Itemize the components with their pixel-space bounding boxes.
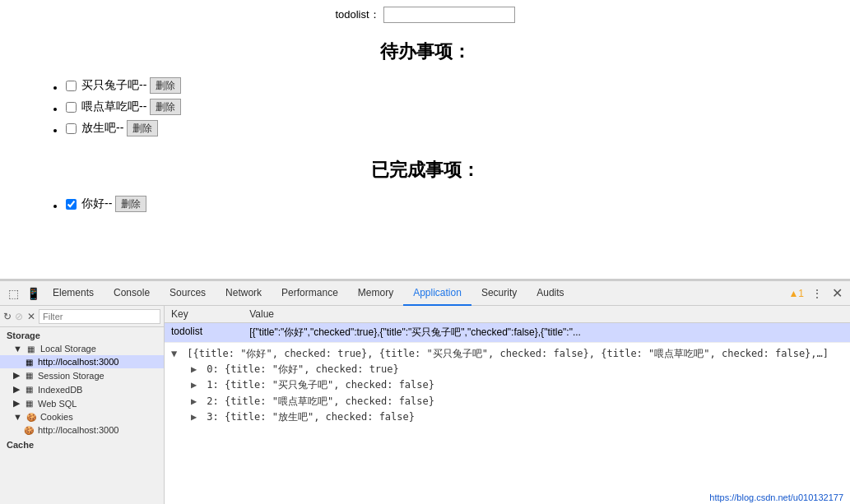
session-storage-label: Session Storage xyxy=(38,371,105,381)
cookies-label: Cookies xyxy=(40,412,73,422)
indexeddb-label: IndexedDB xyxy=(38,385,82,395)
delete-button-1[interactable]: 删除 xyxy=(150,99,181,115)
tree-expand-icon: ▶ xyxy=(191,362,201,377)
value-header: Value xyxy=(243,306,850,323)
json-item-text-3: {title: "放生吧", checked: false} xyxy=(225,411,415,423)
sidebar-item-cookies-url[interactable]: 🍪 http://localhost:3000 xyxy=(0,423,164,437)
filter-input[interactable] xyxy=(39,309,160,324)
cookies-url-icon: 🍪 xyxy=(23,426,35,435)
storage-section-label: Storage xyxy=(0,327,164,342)
key-header: Key xyxy=(165,306,243,323)
expand-icon: ▶ xyxy=(13,398,20,409)
sidebar-item-local-storage-url[interactable]: ▦ http://localhost:3000 xyxy=(0,355,164,368)
json-item-text-2: {title: "喂点草吃吧", checked: false} xyxy=(225,395,434,407)
completed-list: 你好-- 删除 xyxy=(16,191,834,217)
devtools-panel: ⬚ 📱 Elements Console Sources Network Per… xyxy=(0,280,850,504)
tab-elements[interactable]: Elements xyxy=(43,281,104,306)
completed-checkbox-0[interactable] xyxy=(66,199,77,210)
pending-list: 买只兔子吧-- 删除 喂点草吃吧-- 删除 放生吧-- 删除 xyxy=(16,72,834,141)
completed-title: 已完成事项： xyxy=(371,158,480,183)
local-storage-url: http://localhost:3000 xyxy=(38,357,118,367)
tab-performance[interactable]: Performance xyxy=(272,281,348,306)
clear-button[interactable]: ✕ xyxy=(27,309,35,324)
tab-audits[interactable]: Audits xyxy=(527,281,574,306)
json-item-text-0: {title: "你好", checked: true} xyxy=(225,363,399,375)
todo-checkbox-0[interactable] xyxy=(66,81,77,91)
inspect-icon[interactable]: ⬚ xyxy=(3,281,23,306)
sidebar-item-local-storage[interactable]: ▼ ▦ Local Storage xyxy=(0,342,164,355)
todolist-input[interactable] xyxy=(383,7,515,23)
tab-console[interactable]: Console xyxy=(104,281,160,306)
expand-icon: ▶ xyxy=(13,370,20,381)
todo-checkbox-2[interactable] xyxy=(66,123,77,134)
json-tree-item-3[interactable]: ▶ 3: {title: "放生吧", checked: false} xyxy=(191,409,843,425)
device-icon[interactable]: 📱 xyxy=(23,281,43,306)
stop-button[interactable]: ⊘ xyxy=(15,309,23,324)
json-item-text-1: {title: "买只兔子吧", checked: false} xyxy=(225,379,434,391)
websql-label: Web SQL xyxy=(38,399,77,409)
tab-network[interactable]: Network xyxy=(216,281,272,306)
sidebar-toolbar: ↻ ⊘ ✕ xyxy=(0,306,164,327)
expand-icon: ▼ xyxy=(13,412,22,422)
tree-expand-icon: ▶ xyxy=(191,394,201,409)
json-item-index-1: 1 xyxy=(207,379,212,391)
json-item-index-3: 3 xyxy=(207,411,212,423)
completed-delete-button-0[interactable]: 删除 xyxy=(115,196,146,212)
table-key-cell: todolist xyxy=(165,323,243,343)
local-storage-label: Local Storage xyxy=(40,344,96,354)
json-tree-root[interactable]: ▼ [{title: "你好", checked: true}, {title:… xyxy=(171,346,843,362)
tree-expand-icon: ▶ xyxy=(191,409,201,425)
list-item: 买只兔子吧-- 删除 xyxy=(66,77,834,94)
todo-checkbox-1[interactable] xyxy=(66,102,77,113)
todo-item-text-0: 买只兔子吧-- xyxy=(81,78,146,93)
delete-button-2[interactable]: 删除 xyxy=(127,120,158,136)
cache-section-label: Cache xyxy=(0,437,164,451)
tab-sources[interactable]: Sources xyxy=(160,281,216,306)
sidebar-item-websql[interactable]: ▶ ▦ Web SQL xyxy=(0,396,164,410)
table-row[interactable]: todolist [{"title":"你好","checked":true},… xyxy=(165,323,850,343)
sidebar-item-session-storage[interactable]: ▶ ▦ Session Storage xyxy=(0,368,164,382)
sidebar-item-indexeddb[interactable]: ▶ ▦ IndexedDB xyxy=(0,382,164,396)
json-tree-item-1[interactable]: ▶ 1: {title: "买只兔子吧", checked: false} xyxy=(191,377,843,393)
todolist-label: todolist： xyxy=(335,7,379,22)
more-icon[interactable]: ⋮ xyxy=(807,281,827,306)
list-item: 放生吧-- 删除 xyxy=(66,120,834,136)
todo-item-text-2: 放生吧-- xyxy=(81,121,123,136)
pending-title: 待办事项： xyxy=(380,39,471,64)
json-tree-item-0[interactable]: ▶ 0: {title: "你好", checked: true} xyxy=(191,362,843,377)
devtools-body: ↻ ⊘ ✕ Storage ▼ ▦ Local Storage ▦ http:/… xyxy=(0,306,850,504)
table-value-cell: [{"title":"你好","checked":true},{"title":… xyxy=(243,323,850,343)
cookies-icon: 🍪 xyxy=(26,413,37,422)
sidebar-item-cookies[interactable]: ▼ 🍪 Cookies xyxy=(0,410,164,423)
tab-memory[interactable]: Memory xyxy=(348,281,403,306)
tree-expand-icon: ▼ xyxy=(171,346,181,362)
json-tree: ▼ [{title: "你好", checked: true}, {title:… xyxy=(165,343,850,428)
close-icon[interactable]: ✕ xyxy=(827,281,847,306)
warning-badge: ▲1 xyxy=(788,288,804,299)
list-item: 你好-- 删除 xyxy=(66,196,834,212)
json-item-index-2: 2 xyxy=(207,395,212,407)
cookies-url: http://localhost:3000 xyxy=(38,425,118,435)
list-item: 喂点草吃吧-- 删除 xyxy=(66,99,834,115)
url-bar: https://blog.csdn.net/u010132177 xyxy=(709,492,843,502)
devtools-sidebar: ↻ ⊘ ✕ Storage ▼ ▦ Local Storage ▦ http:/… xyxy=(0,306,165,504)
json-tree-item-2[interactable]: ▶ 2: {title: "喂点草吃吧", checked: false} xyxy=(191,394,843,409)
tree-expand-icon: ▶ xyxy=(191,377,201,393)
delete-button-0[interactable]: 删除 xyxy=(150,77,181,94)
tab-application[interactable]: Application xyxy=(403,281,471,306)
completed-item-text-0: 你好-- xyxy=(81,197,112,211)
expand-icon: ▼ xyxy=(13,344,22,354)
local-storage-icon: ▦ xyxy=(26,344,37,354)
session-storage-icon: ▦ xyxy=(23,371,35,380)
json-tree-root-text: [{title: "你好", checked: true}, {title: "… xyxy=(187,348,829,359)
url-icon: ▦ xyxy=(23,358,35,367)
json-item-index-0: 0 xyxy=(207,363,212,375)
expand-icon: ▶ xyxy=(13,384,20,395)
devtools-tabs-bar: ⬚ 📱 Elements Console Sources Network Per… xyxy=(0,281,850,306)
json-tree-children: ▶ 0: {title: "你好", checked: true} ▶ 1: {… xyxy=(171,362,843,425)
storage-table: Key Value todolist [{"title":"你好","check… xyxy=(165,306,850,343)
todo-item-text-1: 喂点草吃吧-- xyxy=(81,99,146,114)
refresh-button[interactable]: ↻ xyxy=(3,309,12,324)
tab-security[interactable]: Security xyxy=(471,281,527,306)
indexeddb-icon: ▦ xyxy=(23,385,35,394)
